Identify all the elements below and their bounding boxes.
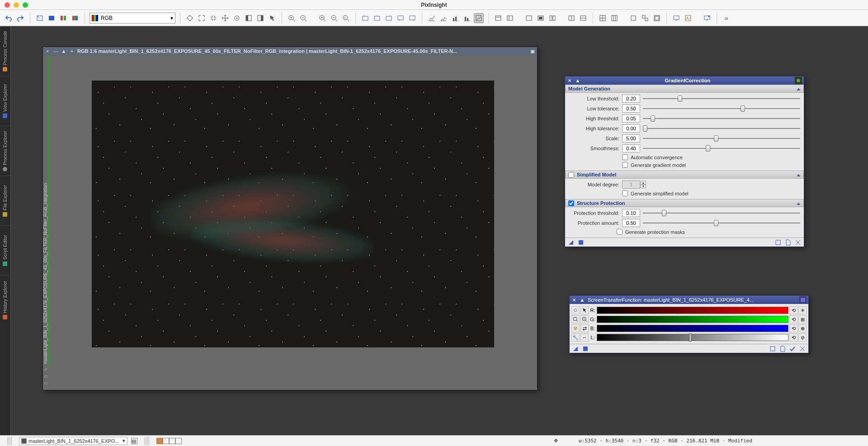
monitor2-icon[interactable] <box>702 13 712 23</box>
panel-right-icon[interactable] <box>255 13 265 23</box>
section-simplified-model[interactable]: Simplified Model <box>565 171 804 179</box>
zoom-fit-icon[interactable] <box>571 315 580 323</box>
zoom-out2-icon[interactable] <box>329 13 339 23</box>
grid-a-icon[interactable] <box>360 13 370 23</box>
view-g-icon[interactable] <box>578 13 588 23</box>
grip-icon[interactable] <box>7 437 12 445</box>
image-window-titlebar[interactable]: × — ▲ + RGB 1:6 masterLight_BIN_1_6252x4… <box>43 47 537 55</box>
shade-icon[interactable]: ▲ <box>61 48 66 54</box>
side-tab-script-editor[interactable]: Script Editor <box>0 225 10 275</box>
apply-global-icon[interactable] <box>582 346 589 352</box>
low-tolerance-slider[interactable] <box>643 105 800 112</box>
zoom-in2-icon[interactable] <box>317 13 327 23</box>
close-icon[interactable]: × <box>45 48 50 54</box>
graph-e-icon[interactable] <box>474 13 484 23</box>
doc-icon[interactable] <box>785 239 791 246</box>
high-tolerance-slider[interactable] <box>643 125 800 132</box>
zoom-reset-icon[interactable]: 1 <box>341 13 351 23</box>
zoom-in-icon[interactable] <box>287 13 297 23</box>
workspace-color-swatches[interactable] <box>156 438 182 444</box>
reset-l-icon[interactable]: ⟲ <box>789 333 797 342</box>
apply-global-icon[interactable] <box>578 239 584 246</box>
tool-d-icon[interactable] <box>70 13 80 23</box>
nuke-icon[interactable]: ☢ <box>571 324 580 332</box>
layout-a-icon[interactable] <box>598 13 608 23</box>
grid-c-icon[interactable] <box>384 13 394 23</box>
view-a-icon[interactable] <box>493 13 503 23</box>
image-icon[interactable] <box>683 13 693 23</box>
dialog-titlebar[interactable]: × ▲ ScreenTransferFunction: masterLight_… <box>570 296 808 304</box>
zoom-target-icon[interactable] <box>185 13 195 23</box>
spin-down-icon[interactable]: ▾ <box>641 185 646 188</box>
close-icon[interactable]: × <box>567 78 572 83</box>
graph-a-icon[interactable] <box>427 13 437 23</box>
monitor-icon[interactable] <box>671 13 681 23</box>
grid-d-icon[interactable] <box>396 13 406 23</box>
view-rect-icon[interactable]: ▭ <box>44 374 48 379</box>
new-instance-icon[interactable] <box>769 346 776 352</box>
target-icon[interactable]: ⊕ <box>798 324 807 332</box>
scale-slider[interactable] <box>643 135 800 142</box>
layout-e-icon[interactable] <box>652 13 662 23</box>
layout-b-icon[interactable] <box>609 13 619 23</box>
reset-g-icon[interactable]: ⟲ <box>789 315 797 323</box>
tool-a-icon[interactable] <box>35 13 45 23</box>
low-threshold-slider[interactable] <box>643 95 800 102</box>
fit-in-icon[interactable] <box>208 13 218 23</box>
grid-b-icon[interactable] <box>372 13 382 23</box>
stf-dialog[interactable]: × ▲ ScreenTransferFunction: masterLight_… <box>569 295 809 353</box>
zoom-out-icon[interactable] <box>298 13 308 23</box>
ban-icon[interactable]: ⊘ <box>798 333 807 342</box>
image-window[interactable]: × — ▲ + RGB 1:6 masterLight_BIN_1_6252x4… <box>42 47 538 390</box>
view-fit-icon[interactable]: ▭ <box>44 380 48 385</box>
plus-icon[interactable]: + <box>69 48 75 54</box>
maximize-icon[interactable]: ▣ <box>530 48 535 54</box>
scale-input[interactable]: 5.00 <box>622 134 640 142</box>
stf-l-slider[interactable] <box>597 334 788 341</box>
pointer-icon[interactable] <box>267 13 277 23</box>
crosshair-icon[interactable] <box>232 13 242 23</box>
pointer-icon[interactable] <box>580 306 589 314</box>
move-icon[interactable] <box>220 13 230 23</box>
link-icon[interactable] <box>571 306 580 314</box>
section-structure-protection[interactable]: Structure Protection <box>565 199 804 207</box>
protection-amount-input[interactable]: 0.50 <box>622 219 640 227</box>
section-model-generation[interactable]: Model Generation <box>565 85 804 93</box>
gen-masks-checkbox[interactable] <box>617 229 623 235</box>
image-selector[interactable]: masterLight_BIN_1_6252x4176_EXPO... ▾ <box>19 437 127 445</box>
swap2-icon[interactable]: ↔ <box>580 333 589 342</box>
dialog-titlebar[interactable]: × ▲ GradientCorrection <box>565 76 804 85</box>
gradient-correction-dialog[interactable]: × ▲ GradientCorrection Model Generation … <box>565 76 804 247</box>
reset-b-icon[interactable]: ⟲ <box>789 324 797 332</box>
simplified-model-checkbox[interactable] <box>568 172 574 178</box>
overflow-icon[interactable]: » <box>722 13 731 23</box>
check-icon[interactable] <box>789 346 796 352</box>
reset-icon[interactable] <box>799 346 806 352</box>
layout-c-icon[interactable] <box>628 13 638 23</box>
tool-b-icon[interactable] <box>47 13 57 23</box>
collapse-icon[interactable] <box>797 200 801 206</box>
spin-up-icon[interactable]: ▴ <box>641 181 646 185</box>
side-tab-process-explorer[interactable]: Process Explorer <box>0 126 10 176</box>
auto-convergence-checkbox[interactable] <box>622 154 628 160</box>
low-threshold-input[interactable]: 0.20 <box>622 95 640 103</box>
low-tolerance-input[interactable]: 0.50 <box>622 104 640 113</box>
minimize-icon[interactable]: — <box>53 48 58 54</box>
shade-icon[interactable]: ▲ <box>580 297 585 303</box>
swap-icon[interactable]: ⇄ <box>580 324 589 332</box>
side-tab-view-explorer[interactable]: View Explorer <box>0 76 10 126</box>
high-threshold-input[interactable]: 0.05 <box>622 114 640 123</box>
side-tab-process-console[interactable]: Process Console <box>0 26 10 76</box>
grid-e-icon[interactable] <box>407 13 417 23</box>
panel-left-icon[interactable] <box>244 13 254 23</box>
collapse-icon[interactable] <box>797 172 801 177</box>
view-f-icon[interactable] <box>566 13 576 23</box>
structure-protection-checkbox[interactable] <box>568 200 574 206</box>
grid-icon[interactable]: ⊞ <box>798 315 807 323</box>
gen-simplified-checkbox[interactable] <box>622 190 628 196</box>
graph-c-icon[interactable] <box>450 13 460 23</box>
redo-button[interactable] <box>15 13 25 23</box>
smoothness-input[interactable]: 0.40 <box>622 144 640 152</box>
doc-icon[interactable] <box>779 346 786 352</box>
protection-amount-slider[interactable] <box>643 220 800 226</box>
